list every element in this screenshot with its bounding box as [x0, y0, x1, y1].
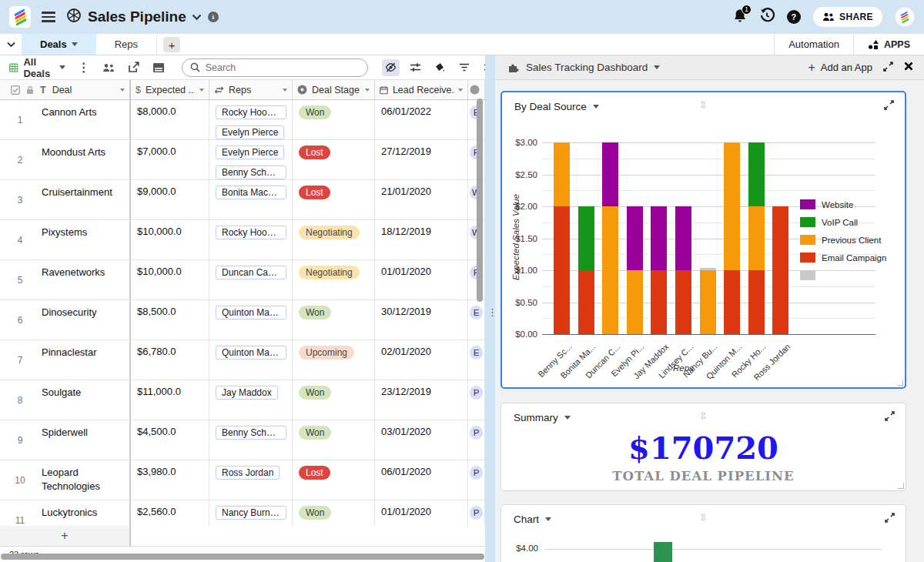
cell-stage[interactable]: Lost [293, 460, 375, 500]
cell-expected[interactable]: $2,560.0 [131, 500, 209, 526]
cell-reps[interactable]: Rocky Hooper [209, 220, 293, 260]
tab-reps[interactable]: Reps [96, 34, 157, 55]
cell-reps[interactable]: Rocky HooperEvelyn Pierce [209, 100, 293, 140]
color-button[interactable] [431, 59, 449, 76]
cell-deal-source[interactable]: E [468, 340, 485, 380]
menu-icon[interactable] [42, 9, 55, 25]
cell-lead-received[interactable]: 06/01/2022 [375, 100, 468, 140]
card3-expand-icon[interactable] [885, 513, 895, 525]
cell-lead-received[interactable]: 30/12/2019 [375, 300, 468, 340]
column-deal-stage-dropdown-icon[interactable] [365, 89, 370, 92]
cell-reps[interactable]: Benny Schwartz [209, 420, 293, 460]
card1-resize-corner[interactable] [897, 380, 903, 386]
share-button[interactable]: SHARE [813, 7, 882, 27]
hide-fields-button[interactable] [382, 59, 400, 76]
vertical-scrollbar[interactable] [477, 99, 483, 302]
column-header-deal-source[interactable] [468, 80, 485, 99]
cell-stage[interactable]: Won [293, 500, 375, 526]
close-panel-icon[interactable] [904, 62, 913, 73]
column-expected-dropdown-icon[interactable] [199, 89, 204, 92]
cell-stage[interactable]: Won [293, 420, 375, 460]
search-input[interactable] [206, 62, 360, 73]
card2-drag-handle-icon[interactable]: ⇳ [696, 410, 711, 422]
cell-reps[interactable]: Jay Maddox [209, 380, 293, 420]
chart-card-bottom[interactable]: Chart ⇳ $4.00 [500, 504, 906, 562]
cell-lead-received[interactable]: 18/12/2019 [375, 220, 468, 260]
cell-deal[interactable]: 5Ravenetworks [0, 260, 131, 300]
cell-lead-received[interactable]: 27/12/2019 [375, 140, 468, 180]
cell-reps[interactable]: Nancy Burnett [209, 500, 293, 526]
sidebar-toggle-icon[interactable] [152, 62, 165, 73]
cell-stage[interactable]: Negotiating [293, 260, 375, 300]
history-button[interactable] [759, 8, 775, 26]
base-title-chevron-icon[interactable] [192, 10, 202, 24]
cell-deal[interactable]: 6Dinosecurity [0, 300, 131, 340]
cell-expected[interactable]: $6,780.0 [131, 340, 209, 380]
panel-divider[interactable]: ⋮ [485, 55, 495, 562]
column-header-expected[interactable]: $ Expected ... [131, 80, 209, 99]
cell-deal[interactable]: 9Spiderwell [0, 420, 131, 460]
notifications-button[interactable]: 1 [733, 8, 747, 26]
cell-deal[interactable]: 4Pixystems [0, 220, 131, 260]
dashboard-title[interactable]: Sales Tracking Dashboard [526, 62, 648, 73]
cell-reps[interactable]: Quinton Marti... [209, 340, 293, 380]
cell-stage[interactable]: Negotiating [293, 220, 375, 260]
cell-expected[interactable]: $8,000.0 [131, 100, 209, 140]
cell-deal[interactable]: 11Luckytronics [0, 500, 131, 526]
cell-stage[interactable]: Won [293, 100, 375, 140]
cell-deal[interactable]: 2Moondust Arts [0, 140, 131, 180]
help-button[interactable]: ? [787, 10, 801, 24]
cell-expected[interactable]: $8,500.0 [131, 300, 209, 340]
summary-card[interactable]: Summary ⇳ $170720 TOTAL DEAL PIPELINE [500, 403, 906, 491]
cell-lead-received[interactable]: 01/01/2020 [375, 260, 468, 300]
filter-button[interactable] [456, 59, 474, 76]
column-header-deal[interactable]: T Deal [0, 80, 131, 99]
column-deal-dropdown-icon[interactable] [120, 89, 125, 92]
column-header-lead-received[interactable]: Lead Receive... [375, 80, 468, 99]
cell-deal-source[interactable]: P [468, 460, 485, 500]
tab-deals[interactable]: Deals [22, 34, 96, 55]
info-icon[interactable]: i [208, 12, 219, 22]
cell-deal[interactable]: 1Cannon Arts [0, 100, 131, 140]
cell-reps[interactable]: Bonita Macdo... [209, 180, 293, 220]
card3-title-chevron-icon[interactable] [545, 517, 551, 521]
cell-expected[interactable]: $4,500.0 [131, 420, 209, 460]
expand-panel-icon[interactable] [883, 62, 893, 74]
cell-deal[interactable]: 7Pinnaclestar [0, 340, 131, 380]
cell-expected[interactable]: $3,980.0 [131, 460, 209, 500]
cell-expected[interactable]: $10,000.0 [131, 260, 209, 300]
cell-reps[interactable]: Duncan Castro [209, 260, 293, 300]
card2-title-chevron-icon[interactable] [564, 416, 571, 420]
collapse-tabs-button[interactable] [0, 34, 22, 55]
share-view-icon[interactable] [128, 62, 140, 73]
view-options-kebab[interactable]: ⋮ [78, 60, 90, 75]
cell-stage[interactable]: Won [293, 380, 375, 420]
horizontal-scrollbar[interactable] [1, 554, 484, 560]
select-all-checkbox[interactable] [11, 85, 20, 95]
cell-lead-received[interactable]: 21/01/2020 [375, 180, 468, 220]
cell-lead-received[interactable]: 02/01/2020 [375, 340, 468, 380]
cell-stage[interactable]: Lost [293, 140, 375, 180]
cell-expected[interactable]: $11,000.0 [131, 380, 209, 420]
view-switcher[interactable]: All Deals [9, 56, 65, 79]
card3-title[interactable]: Chart [514, 513, 539, 525]
add-row-button[interactable]: + [0, 526, 131, 546]
chart-card-by-deal-source[interactable]: By Deal Source ⇳ $3.00$2.50$2.00$1.50$1.… [500, 91, 906, 389]
add-table-button[interactable]: + [163, 37, 180, 52]
automation-button[interactable]: Automation [774, 34, 853, 55]
cell-stage[interactable]: Lost [293, 180, 375, 220]
cell-stage[interactable]: Won [293, 300, 375, 340]
cell-reps[interactable]: Quinton Marti... [209, 300, 293, 340]
column-header-deal-stage[interactable]: Deal Stage [293, 80, 375, 99]
group-button[interactable] [407, 59, 424, 76]
cell-deal-source[interactable]: P [468, 500, 485, 526]
column-header-reps[interactable]: Reps [209, 80, 293, 99]
card2-title[interactable]: Summary [514, 412, 558, 423]
column-lead-dropdown-icon[interactable] [458, 89, 463, 92]
cell-lead-received[interactable]: 23/12/2019 [375, 380, 468, 420]
cell-lead-received[interactable]: 01/01/2020 [375, 500, 468, 526]
column-reps-dropdown-icon[interactable] [283, 89, 287, 92]
cell-deal-source[interactable]: P [468, 420, 485, 460]
cell-deal[interactable]: 10Leopard Technologies [0, 460, 131, 500]
card2-resize-corner[interactable] [898, 483, 904, 489]
